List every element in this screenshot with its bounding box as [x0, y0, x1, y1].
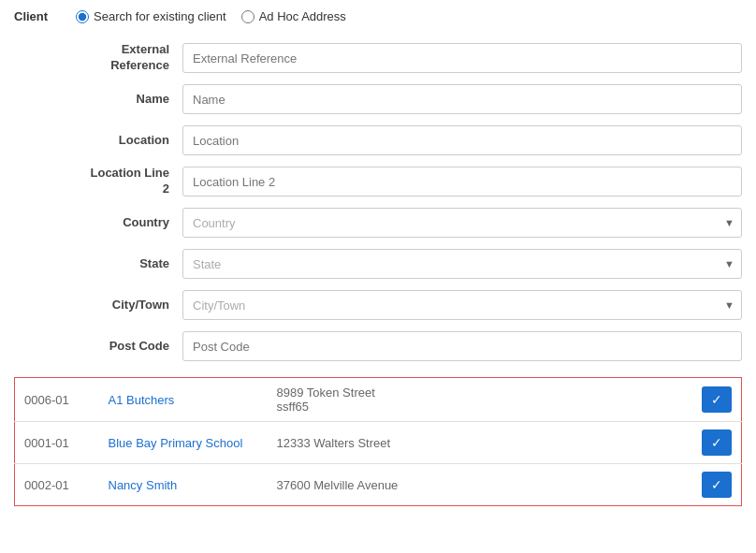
country-label: Country	[14, 205, 182, 240]
state-label: State	[14, 246, 182, 282]
adhoc-address-radio[interactable]	[241, 10, 254, 23]
state-row: State State ▼	[14, 246, 742, 282]
result-name: Nancy Smith	[99, 464, 268, 506]
country-row: Country Country ▼	[14, 205, 742, 240]
city-town-label: City/Town	[14, 287, 182, 323]
state-select-wrapper: State ▼	[182, 249, 742, 279]
results-table-body: 0006-01 A1 Butchers 8989 Token Streetssf…	[15, 378, 742, 506]
external-reference-field	[182, 40, 742, 76]
result-address: 12333 Walters Street	[268, 422, 693, 464]
location-line2-input[interactable]	[182, 167, 742, 196]
location-line2-label: Location Line2	[14, 164, 182, 199]
state-select[interactable]: State	[182, 249, 742, 279]
table-row: 0002-01 Nancy Smith 37600 Melville Avenu…	[15, 464, 742, 506]
adhoc-address-label[interactable]: Ad Hoc Address	[259, 9, 346, 23]
table-row: 0006-01 A1 Butchers 8989 Token Streetssf…	[15, 378, 742, 422]
city-town-select-wrapper: City/Town ▼	[182, 290, 742, 320]
post-code-field	[182, 328, 742, 364]
external-reference-input[interactable]	[182, 43, 742, 73]
state-field: State ▼	[182, 246, 742, 282]
select-result-button[interactable]: ✓	[702, 429, 732, 456]
result-id: 0006-01	[15, 378, 99, 422]
result-action: ✓	[692, 378, 742, 422]
city-town-select[interactable]: City/Town	[182, 290, 742, 320]
result-address: 8989 Token Streetssff65	[268, 378, 693, 422]
results-table: 0006-01 A1 Butchers 8989 Token Streetssf…	[14, 377, 742, 506]
external-reference-label: ExternalReference	[14, 40, 182, 76]
adhoc-address-option[interactable]: Ad Hoc Address	[241, 9, 346, 23]
result-id: 0002-01	[15, 464, 99, 506]
client-section: Client Search for existing client Ad Hoc…	[14, 9, 742, 506]
result-address: 37600 Melville Avenue	[268, 464, 693, 506]
location-label: Location	[14, 123, 182, 158]
result-name: Blue Bay Primary School	[99, 422, 268, 464]
country-select[interactable]: Country	[182, 208, 742, 238]
name-row: Name	[14, 81, 742, 117]
location-input[interactable]	[182, 125, 742, 155]
post-code-label: Post Code	[14, 328, 182, 364]
form-grid: ExternalReference Name Location Location…	[14, 35, 742, 370]
table-row: 0001-01 Blue Bay Primary School 12333 Wa…	[15, 422, 742, 464]
city-town-row: City/Town City/Town ▼	[14, 287, 742, 323]
result-name: A1 Butchers	[99, 378, 268, 422]
search-existing-label[interactable]: Search for existing client	[94, 9, 226, 23]
location-field	[182, 123, 742, 158]
client-label: Client	[14, 9, 61, 23]
name-input[interactable]	[182, 84, 742, 114]
result-id: 0001-01	[15, 422, 99, 464]
result-action: ✓	[692, 464, 742, 506]
select-result-button[interactable]: ✓	[702, 386, 732, 413]
external-reference-row: ExternalReference	[14, 40, 742, 76]
client-header: Client Search for existing client Ad Hoc…	[14, 9, 742, 23]
search-existing-option[interactable]: Search for existing client	[76, 9, 226, 23]
name-label: Name	[14, 81, 182, 117]
post-code-row: Post Code	[14, 328, 742, 364]
location-row: Location	[14, 123, 742, 158]
location-line2-field	[182, 164, 742, 199]
country-field: Country ▼	[182, 205, 742, 240]
radio-group: Search for existing client Ad Hoc Addres…	[76, 9, 346, 23]
city-town-field: City/Town ▼	[182, 287, 742, 323]
select-result-button[interactable]: ✓	[702, 472, 732, 498]
name-field	[182, 81, 742, 117]
result-action: ✓	[692, 422, 742, 464]
country-select-wrapper: Country ▼	[182, 208, 742, 238]
location-line2-row: Location Line2	[14, 164, 742, 199]
search-existing-radio[interactable]	[76, 10, 89, 23]
post-code-input[interactable]	[182, 331, 742, 361]
